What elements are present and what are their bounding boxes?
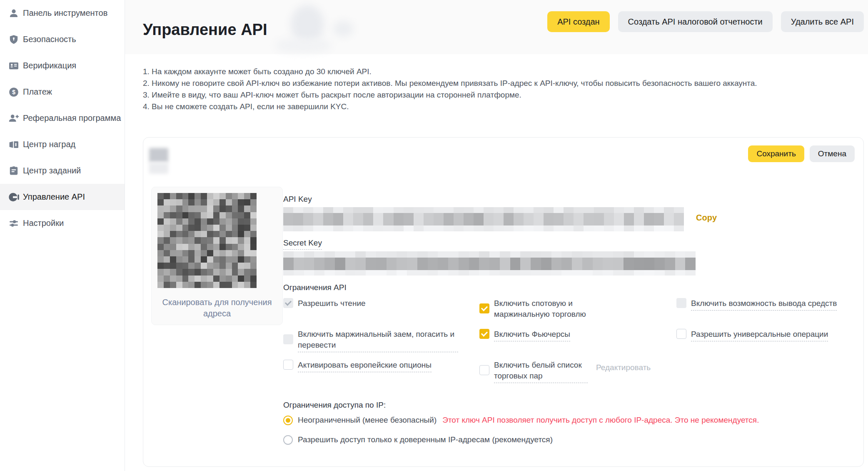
secret-key-label: Secret Key [283,238,322,250]
header-buttons: API создан Создать API налоговой отчетно… [547,11,864,32]
redacted-api-name [149,148,168,162]
sidebar-item-label: Верификация [23,61,76,70]
radio-option-unrestricted: Неограниченный (менее безопасный) Этот к… [283,415,759,425]
checkbox-spot-margin[interactable] [479,303,489,313]
qr-panel: Сканировать для получения адреса [151,187,283,325]
sidebar-item-payment[interactable]: $ Платеж [0,79,125,105]
sidebar-item-settings[interactable]: Настройки [0,210,125,236]
id-card-icon [8,60,19,71]
checkbox-withdrawals [676,298,686,308]
sidebar-item-label: Управление API [23,192,85,202]
sidebar-item-rewards[interactable]: Центр наград [0,131,125,158]
checkbox-read [283,298,293,308]
checkbox-item-margin-loan: Включить маржинальный заем, погасить и п… [283,329,475,352]
clipboard-icon [8,165,19,176]
copy-api-key-link[interactable]: Copy [696,213,717,223]
radio-option-trusted-ips: Разрешить доступ только к доверенным IP-… [283,435,553,445]
redacted-blur [276,38,331,53]
checkbox-label: Включить маржинальный заем, погасить и п… [298,329,458,352]
sidebar-item-label: Центр наград [23,140,75,149]
ticket-icon [8,139,19,150]
sidebar-item-label: Центр заданий [23,166,81,175]
checkbox-item-read: Разрешить чтение [283,298,471,309]
edit-whitelist-link[interactable]: Редактировать [596,362,651,373]
checkbox-label: Активировать европейские опционы [298,360,432,372]
radio-label: Разрешить доступ только к доверенным IP-… [298,435,553,444]
sidebar: Панель инструментов Безопасность Верифик… [0,0,125,471]
redacted-blur [333,21,353,37]
person-plus-icon [8,113,19,124]
qr-caption: Сканировать для получения адреса [158,297,276,319]
api-management-page: Панель инструментов Безопасность Верифик… [0,0,868,471]
checkbox-item-universal-transfer: Разрешить универсальные операции [676,329,860,341]
checkbox-item-spot-margin: Включить спотовую и маржинальную торговл… [479,298,667,320]
secret-key-redacted [283,251,696,276]
sidebar-item-tasks[interactable]: Центр заданий [0,158,125,184]
sidebar-item-label: Реферальная программа [23,113,121,123]
ip-restrictions-title: Ограничения доступа по IP: [283,401,386,410]
checkbox-label: Включить белый список торговых пар [494,360,588,383]
dollar-circle-icon: $ [8,87,19,98]
cancel-button[interactable]: Отмена [810,145,855,162]
instruction-line: 1. На каждом аккаунте может быть создано… [143,66,851,78]
checkbox-pair-whitelist[interactable] [479,365,489,375]
checkbox-universal-transfer[interactable] [676,329,686,339]
checkbox-label: Разрешить чтение [298,298,366,309]
create-tax-api-button[interactable]: Создать API налоговой отчетности [618,11,773,32]
checkbox-label: Включить Фьючерсы [494,329,570,341]
instruction-line: 4. Вы не сможете создать API, если не за… [143,101,851,113]
redacted-blur [149,163,168,174]
delete-all-api-button[interactable]: Удалить все API [781,11,864,32]
api-key-redacted [283,207,684,231]
api-created-button[interactable]: API создан [547,11,609,32]
api-key-card: Сохранить Отмена Сканировать для получен… [143,137,864,467]
checkbox-label: Разрешить универсальные операции [691,329,828,341]
sidebar-item-label: Платеж [23,87,52,97]
page-title: Управление API [143,21,267,38]
checkbox-margin-loan [283,334,293,344]
sidebar-item-verification[interactable]: Верификация [0,53,125,79]
radio-trusted-ips[interactable] [283,435,293,445]
checkbox-item-pair-whitelist: Включить белый список торговых пар Редак… [479,360,675,383]
sidebar-item-api-management[interactable]: Управление API [0,184,125,210]
sidebar-item-dashboard[interactable]: Панель инструментов [0,0,125,26]
instruction-line: 2. Никому не говорите свой API-ключ во и… [143,78,851,89]
api-key-label: API Key [283,195,312,204]
checkbox-label: Включить спотовую и маржинальную торговл… [494,298,627,320]
instruction-line: 3. Имейте в виду, что ваш API-ключ может… [143,89,851,101]
ip-warning-text: Этот ключ API позволяет получить доступ … [442,416,759,425]
checkbox-item-withdrawals: Включить возможность вывода средств [676,298,860,311]
radio-label: Неограниченный (менее безопасный) [298,416,436,425]
checkbox-item-european-options: Активировать европейские опционы [283,360,475,372]
sliders-icon [8,218,19,229]
card-actions: Сохранить Отмена [748,145,855,162]
checkbox-european-options[interactable] [283,360,293,370]
sidebar-item-label: Безопасность [23,35,76,44]
qr-code-image [157,193,257,288]
sidebar-item-security[interactable]: Безопасность [0,26,125,53]
sidebar-item-label: Панель инструментов [23,8,107,18]
api-restrictions-title: Ограничения API [283,283,347,292]
radio-unrestricted[interactable] [283,416,293,425]
save-button[interactable]: Сохранить [748,145,804,162]
checkbox-label: Включить возможность вывода средств [691,298,837,311]
checkbox-futures[interactable] [479,329,489,339]
api-icon [8,192,19,203]
person-icon [8,8,19,19]
page-header: Управление API API создан Создать API на… [125,0,868,54]
sidebar-item-label: Настройки [23,218,64,228]
svg-text:$: $ [12,88,15,95]
shield-icon [8,34,19,45]
checkbox-item-futures: Включить Фьючерсы [479,329,667,341]
sidebar-item-referral[interactable]: Реферальная программа [0,105,125,131]
api-instructions: 1. На каждом аккаунте может быть создано… [143,66,851,113]
